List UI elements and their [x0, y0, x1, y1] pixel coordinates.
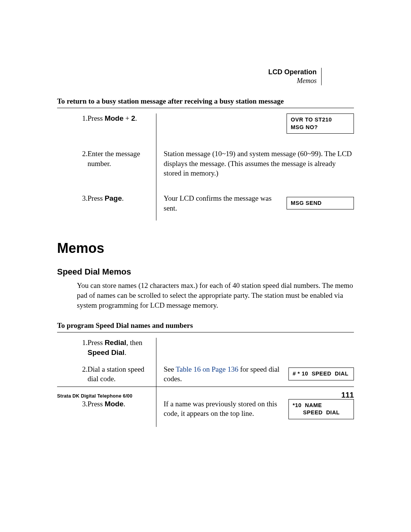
- task1-step1: 1. Press Mode + 2. OVR TO ST210 MSG NO?: [57, 113, 354, 149]
- footer-doc-title: Strata DK Digital Telephone 6/00: [57, 393, 132, 399]
- column-divider: [156, 338, 164, 364]
- lcd-display: MSG SEND: [287, 197, 354, 210]
- lcd-line2: MSG NO?: [291, 124, 318, 130]
- digit-key: 2: [131, 114, 135, 122]
- step-desc-text: If a name was previously stored on this …: [164, 399, 282, 419]
- column-divider: [156, 149, 164, 193]
- page-content: To return to a busy station message afte…: [57, 97, 354, 427]
- page: LCD Operation Memos To return to a busy …: [0, 0, 411, 532]
- step-number: 3.: [57, 193, 88, 220]
- task1-rule: [57, 108, 354, 108]
- step-number: 2.: [57, 149, 88, 193]
- step-description: OVR TO ST210 MSG NO?: [164, 113, 354, 149]
- task2-title: To program Speed Dial names and numbers: [57, 321, 354, 330]
- mode-key: Mode: [105, 400, 124, 408]
- step-instruction: Press Page.: [88, 193, 156, 220]
- lcd-display: # * 10 SPEED DIAL: [288, 367, 354, 380]
- header-chapter: LCD Operation: [268, 68, 317, 77]
- task2-step1: 1. Press Redial, then Speed Dial.: [57, 338, 354, 364]
- page-key: Page: [105, 194, 122, 202]
- task1-steps: 1. Press Mode + 2. OVR TO ST210 MSG NO? …: [57, 113, 354, 220]
- task1-title: To return to a busy station message afte…: [57, 97, 354, 105]
- running-header: LCD Operation Memos: [268, 68, 317, 85]
- lcd-line2: SPEED DIAL: [293, 409, 340, 415]
- text: +: [123, 114, 131, 122]
- text: See: [164, 365, 176, 373]
- redial-key: Redial: [105, 339, 126, 347]
- step-number: 1.: [57, 113, 88, 149]
- step-desc-text: Your LCD confirms the message was sent.: [164, 193, 280, 213]
- step-description: Station message (10~19) and system messa…: [164, 149, 354, 193]
- step-description: [164, 338, 354, 364]
- column-divider: [156, 399, 164, 427]
- text: Press: [88, 194, 105, 202]
- text: Press: [88, 400, 105, 408]
- footer-rule: [57, 387, 354, 387]
- step-instruction: Press Mode + 2.: [88, 113, 156, 149]
- step-number: 1.: [57, 338, 88, 364]
- task1-step2: 2. Enter the message number. Station mes…: [57, 149, 354, 193]
- step-description: Your LCD confirms the message was sent. …: [164, 193, 354, 220]
- heading-memos: Memos: [57, 240, 354, 256]
- lcd-line1: OVR TO ST210: [291, 117, 332, 123]
- intro-paragraph: You can store names (12 characters max.)…: [77, 281, 354, 310]
- step-description: If a name was previously stored on this …: [164, 399, 354, 427]
- header-rule: [321, 68, 322, 85]
- column-divider: [156, 113, 164, 149]
- text: .: [124, 348, 126, 356]
- mode-key: Mode: [105, 114, 124, 122]
- task2-steps: 1. Press Redial, then Speed Dial. 2. Dia…: [57, 338, 354, 427]
- lcd-display: OVR TO ST210 MSG NO?: [287, 113, 354, 134]
- task1-step3: 3. Press Page. Your LCD confirms the mes…: [57, 193, 354, 220]
- step-number: 3.: [57, 399, 88, 427]
- lcd-line1: # * 10 SPEED DIAL: [293, 371, 349, 377]
- text: , then: [126, 339, 142, 347]
- step-instruction: Press Mode.: [88, 399, 156, 427]
- column-divider: [156, 193, 164, 220]
- page-number: 111: [341, 391, 354, 399]
- text: .: [135, 114, 137, 122]
- lcd-line1: *10 NAME: [293, 402, 322, 408]
- task2-step3: 3. Press Mode. If a name was previously …: [57, 399, 354, 427]
- text: Press: [88, 114, 105, 122]
- text: .: [122, 194, 124, 202]
- lcd-line1: MSG SEND: [291, 200, 322, 206]
- text: .: [123, 400, 125, 408]
- step-instruction: Enter the message number.: [88, 149, 156, 193]
- step-instruction: Press Redial, then Speed Dial.: [88, 338, 156, 364]
- speed-dial-key: Speed Dial: [88, 348, 124, 356]
- task2-rule: [57, 332, 354, 332]
- cross-reference[interactable]: Table 16 on Page 136: [176, 365, 238, 373]
- page-footer: Strata DK Digital Telephone 6/00 111: [57, 387, 354, 399]
- header-section: Memos: [268, 77, 317, 85]
- lcd-display: *10 NAME SPEED DIAL: [288, 399, 354, 419]
- heading-speed-dial-memos: Speed Dial Memos: [57, 267, 354, 277]
- text: Press: [88, 339, 105, 347]
